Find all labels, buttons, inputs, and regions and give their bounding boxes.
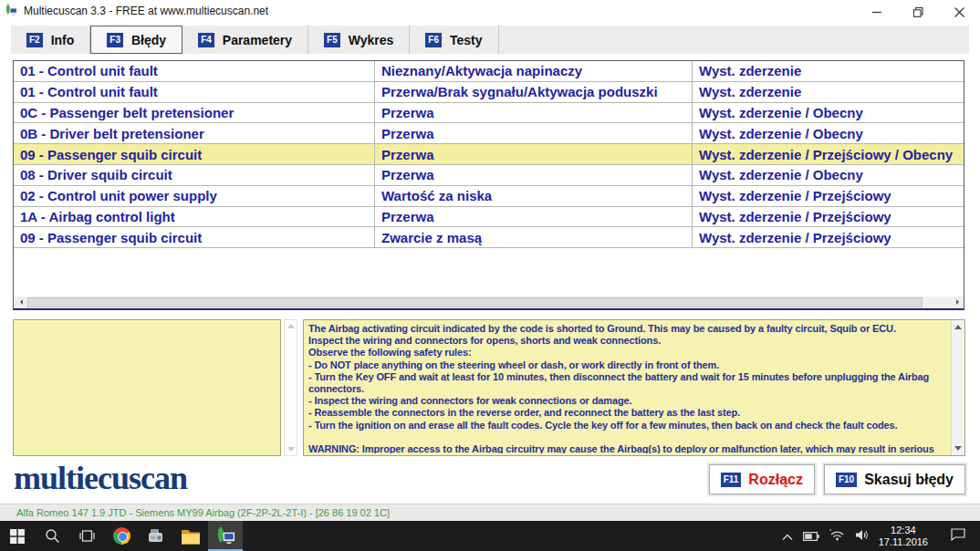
help-line: - Inspect the wiring and connectors for … bbox=[308, 395, 948, 407]
tab-info[interactable]: F2 Info bbox=[11, 26, 90, 54]
window-controls bbox=[857, 0, 980, 24]
tab-błędy[interactable]: F3 Błędy bbox=[90, 26, 182, 54]
help-panel-scrollbar[interactable] bbox=[951, 320, 964, 455]
fault-status: Wyst. zderzenie / Obecny bbox=[693, 103, 964, 123]
help-line: - Turn the Key OFF and wait at least for… bbox=[308, 371, 948, 395]
fault-row[interactable]: 01 - Control unit fault Przerwa/Brak syg… bbox=[14, 82, 964, 103]
app-icon bbox=[5, 3, 18, 20]
fault-status: Wyst. zderzenie / Przejściowy bbox=[693, 207, 964, 227]
svg-text:*: * bbox=[829, 529, 832, 534]
fault-row[interactable]: 01 - Control unit fault Nieznany/Aktywac… bbox=[14, 61, 964, 82]
help-line: - Do NOT place anything on the steering … bbox=[308, 359, 948, 371]
taskbar-clock[interactable]: 12:34 17.11.2016 bbox=[879, 525, 928, 548]
fkey-badge: F5 bbox=[324, 33, 340, 47]
window-title: Multiecuscan 3.3 - FREE at www.multiecus… bbox=[24, 5, 268, 17]
fault-code: 08 - Driver squib circuit bbox=[14, 165, 375, 185]
notes-panel bbox=[13, 319, 281, 456]
scroll-down-arrow[interactable] bbox=[287, 447, 295, 455]
fault-status: Wyst. zderzenie / Przejściowy bbox=[693, 186, 964, 206]
fault-status: Wyst. zderzenie / Przejściowy bbox=[693, 227, 964, 247]
fkey-badge: F11 bbox=[721, 473, 742, 487]
tab-parametery[interactable]: F4 Parametery bbox=[182, 26, 308, 54]
scroll-down-arrow[interactable] bbox=[954, 446, 962, 454]
fault-row[interactable]: 08 - Driver squib circuit Przerwa Wyst. … bbox=[14, 165, 964, 186]
restore-button[interactable] bbox=[898, 0, 939, 24]
start-button[interactable] bbox=[0, 521, 35, 551]
help-line: Observe the following safety rules: bbox=[308, 347, 948, 359]
multiecuscan-taskbar-icon[interactable] bbox=[208, 521, 243, 551]
fault-row[interactable]: 02 - Control unit power supply Wartość z… bbox=[14, 186, 964, 207]
file-explorer-icon[interactable] bbox=[173, 521, 208, 551]
action-buttons: F11 Rozłącz F10 Skasuj błędy bbox=[709, 464, 965, 494]
scroll-up-arrow[interactable] bbox=[954, 321, 962, 329]
fkey-badge: F4 bbox=[198, 33, 214, 47]
fault-status: Wyst. zderzenie bbox=[693, 82, 964, 102]
tab-testy[interactable]: F6 Testy bbox=[410, 26, 498, 54]
fault-description: Przerwa bbox=[375, 165, 693, 185]
horizontal-scrollbar[interactable] bbox=[14, 296, 964, 308]
minimize-button[interactable] bbox=[857, 0, 898, 24]
fault-description: Przerwa bbox=[375, 123, 693, 143]
speaker-icon[interactable] bbox=[855, 528, 869, 545]
fault-description: Zwarcie z masą bbox=[375, 227, 693, 247]
scrollbar-track[interactable] bbox=[26, 296, 951, 308]
tab-wykres[interactable]: F5 Wykres bbox=[308, 26, 410, 54]
help-text: The Airbag activating circuit indicated … bbox=[308, 323, 948, 453]
wifi-icon[interactable]: * bbox=[829, 528, 845, 545]
tray-chevron-icon[interactable] bbox=[782, 528, 793, 545]
help-panel: The Airbag activating circuit indicated … bbox=[303, 319, 965, 456]
disconnect-button[interactable]: F11 Rozłącz bbox=[709, 464, 815, 494]
help-line: The Airbag activating circuit indicated … bbox=[308, 323, 948, 335]
fault-description: Przerwa bbox=[375, 103, 693, 123]
fault-code: 09 - Passenger squib circuit bbox=[14, 227, 375, 247]
tab-label: Wykres bbox=[349, 33, 394, 47]
fault-status: Wyst. zderzenie / Przejściowy / Obecny bbox=[693, 144, 964, 164]
fault-code: 0C - Passenger belt pretensioner bbox=[14, 103, 375, 123]
fault-code: 1A - Airbag control light bbox=[14, 207, 375, 227]
close-button[interactable] bbox=[939, 0, 980, 24]
status-bar: Alfa Romeo 147 1.9 JTD - Siemens MY99 Ai… bbox=[0, 504, 980, 521]
fault-code: 01 - Control unit fault bbox=[14, 61, 375, 81]
disconnect-label: Rozłącz bbox=[748, 472, 803, 488]
help-line: WARNING: Improper access to the Airbag c… bbox=[308, 443, 948, 453]
fault-code: 01 - Control unit fault bbox=[14, 82, 375, 102]
clear-faults-button[interactable]: F10 Skasuj błędy bbox=[824, 464, 965, 494]
diagnostic-tool-icon[interactable] bbox=[139, 521, 173, 551]
scrollbar-thumb[interactable] bbox=[27, 297, 923, 307]
multiecuscan-window: Multiecuscan 3.3 - FREE at www.multiecus… bbox=[0, 0, 980, 551]
fault-row[interactable]: 1A - Airbag control light Przerwa Wyst. … bbox=[14, 207, 964, 228]
action-center-icon[interactable] bbox=[951, 528, 965, 545]
fault-code: 09 - Passenger squib circuit bbox=[14, 144, 375, 164]
app-logo: multiecuscan bbox=[14, 460, 187, 496]
scroll-right-arrow[interactable] bbox=[951, 296, 964, 308]
notes-panel-scrollbar[interactable] bbox=[284, 319, 297, 456]
window-titlebar: Multiecuscan 3.3 - FREE at www.multiecus… bbox=[0, 0, 980, 22]
tab-label: Info bbox=[51, 33, 75, 47]
scroll-left-arrow[interactable] bbox=[14, 296, 26, 308]
chrome-icon[interactable] bbox=[104, 521, 139, 551]
fault-status: Wyst. zderzenie / Obecny bbox=[693, 123, 964, 143]
fkey-badge: F2 bbox=[26, 33, 43, 47]
fault-row[interactable]: 0C - Passenger belt pretensioner Przerwa… bbox=[14, 103, 964, 124]
fkey-badge: F6 bbox=[425, 33, 442, 47]
fault-description: Wartość za niska bbox=[375, 186, 693, 206]
fault-row[interactable]: 09 - Passenger squib circuit Zwarcie z m… bbox=[14, 227, 964, 248]
fault-row[interactable]: 09 - Passenger squib circuit Przerwa Wys… bbox=[14, 144, 964, 165]
tab-label: Testy bbox=[450, 33, 483, 47]
clock-time: 12:34 bbox=[879, 525, 928, 536]
fault-status: Wyst. zderzenie / Obecny bbox=[693, 165, 964, 185]
search-icon[interactable] bbox=[35, 521, 69, 551]
scroll-up-arrow[interactable] bbox=[287, 320, 295, 328]
help-line: - Reassemble the connectors in the rever… bbox=[308, 407, 948, 419]
task-view-icon[interactable] bbox=[69, 521, 104, 551]
fault-code: 0B - Driver belt pretensioner bbox=[14, 123, 375, 143]
fault-description: Przerwa bbox=[375, 144, 693, 164]
fault-status: Wyst. zderzenie bbox=[693, 61, 964, 81]
battery-icon[interactable] bbox=[803, 528, 819, 545]
help-line bbox=[308, 431, 948, 443]
fault-row[interactable]: 0B - Driver belt pretensioner Przerwa Wy… bbox=[14, 123, 964, 144]
taskbar: * 12:34 17.11.2016 bbox=[0, 521, 980, 551]
fault-description: Nieznany/Aktywacja napinaczy bbox=[375, 61, 693, 81]
tab-label: Parametery bbox=[223, 33, 292, 47]
fkey-badge: F10 bbox=[836, 473, 857, 487]
